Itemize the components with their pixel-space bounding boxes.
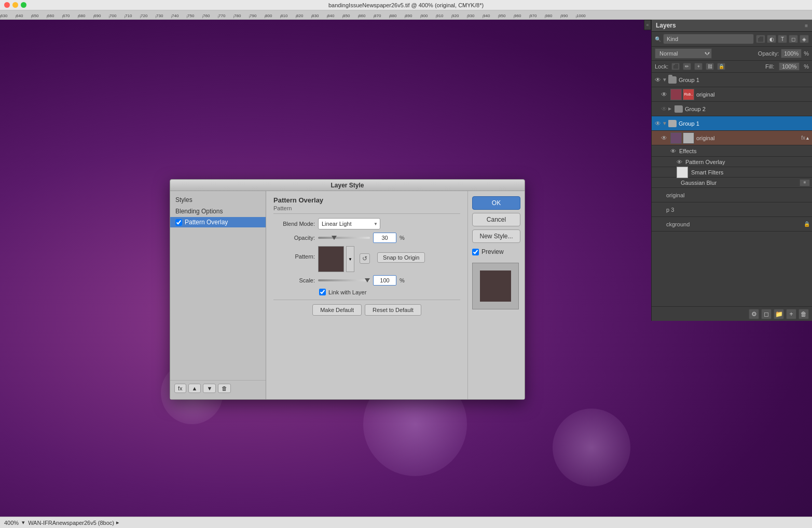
expand-icon[interactable]: ▼ <box>662 120 668 126</box>
ruler-tick: 670 <box>62 13 78 18</box>
lock-icon: 🔒 <box>804 221 810 227</box>
layers-kind-dropdown[interactable] <box>663 34 754 44</box>
ruler-tick: 940 <box>483 13 498 18</box>
reset-to-default-btn[interactable]: Reset to Default <box>365 304 421 316</box>
scale-number-input[interactable] <box>373 275 396 286</box>
sidebar-item-pattern-overlay[interactable]: Pattern Overlay <box>170 217 266 227</box>
eye-icon[interactable]: 👁 <box>654 76 662 84</box>
layer-row-original-mid[interactable]: 👁 original fx ▲ <box>652 131 812 145</box>
fx-button[interactable]: fx <box>174 384 186 393</box>
lock-artboard-btn[interactable]: + <box>694 63 703 70</box>
filter-adjust-icon[interactable]: ◐ <box>767 35 776 43</box>
gaussian-blur-row[interactable]: Gaussian Blur ≡ <box>652 178 812 188</box>
make-default-btn[interactable]: Make Default <box>312 304 362 316</box>
sidebar-item-blending[interactable]: Blending Options <box>170 206 266 217</box>
layers-panel-options-icon[interactable]: ≡ <box>805 23 808 29</box>
pattern-overlay-fx-row[interactable]: 👁 Pattern Overlay <box>652 157 812 167</box>
sidebar-item-styles[interactable]: Styles <box>170 194 266 206</box>
layers-panel-collapse-button[interactable]: « <box>644 20 651 30</box>
layer-row-p3[interactable]: p 3 <box>652 202 812 217</box>
ok-btn[interactable]: OK <box>472 196 520 210</box>
layer-thumb-3 <box>670 132 682 144</box>
layer-group-btn[interactable]: 📁 <box>774 309 784 319</box>
lock-pixels-btn[interactable]: ⬛ <box>671 63 680 70</box>
opacity-input[interactable] <box>781 49 802 58</box>
filter-options-icon[interactable]: ≡ <box>800 179 810 186</box>
dialog-main: Pattern Overlay Pattern Blend Mode: Line… <box>266 191 467 399</box>
new-layer-btn[interactable]: + <box>786 309 796 319</box>
blend-mode-field-select[interactable]: Linear Light <box>318 218 380 229</box>
folder-icon <box>668 120 677 127</box>
lock-position-btn[interactable]: ✏ <box>683 63 691 70</box>
ruler-tick: 810 <box>280 13 296 18</box>
new-style-btn[interactable]: New Style... <box>472 229 520 243</box>
layer-name: original <box>696 135 799 141</box>
move-down-button[interactable]: ▼ <box>203 384 216 393</box>
link-with-layer-checkbox[interactable] <box>319 289 326 295</box>
layers-search-row: 🔍 ⬛ ◐ T ◻ ◈ <box>652 32 812 47</box>
status-separator: ▾ <box>22 519 25 526</box>
ruler-tick: 640 <box>16 13 31 18</box>
minimize-button[interactable] <box>12 2 18 8</box>
expand-icon[interactable]: ▶ <box>668 106 675 111</box>
opacity-slider[interactable] <box>318 235 370 241</box>
delete-style-button[interactable]: 🗑 <box>218 384 231 393</box>
layer-row-group1-top[interactable]: 👁 ▼ Group 1 <box>652 73 812 87</box>
layer-name: Group 1 <box>679 77 810 83</box>
scale-slider[interactable] <box>318 277 370 283</box>
scale-field-label: Scale: <box>273 277 315 283</box>
snap-to-origin-btn[interactable]: Snap to Origin <box>377 252 425 263</box>
eye-icon[interactable]: 👁 <box>660 91 668 98</box>
preview-box <box>472 263 519 309</box>
lock-lock-btn[interactable]: 🔒 <box>717 63 725 70</box>
blend-mode-select[interactable]: Normal <box>655 48 712 59</box>
close-button[interactable] <box>4 2 10 8</box>
dialog-title: Layer Style <box>331 182 364 189</box>
filter-pixel-icon[interactable]: ⬛ <box>756 35 765 43</box>
effects-label: Effects <box>679 148 696 154</box>
pattern-reset-btn[interactable]: ↺ <box>360 253 370 264</box>
pattern-dropdown-btn[interactable]: ▼ <box>346 246 354 272</box>
fill-input[interactable] <box>779 62 800 71</box>
lock-all-btn[interactable]: ⛓ <box>706 63 714 70</box>
ruler-tick: 700 <box>109 13 125 18</box>
layer-row-original-top[interactable]: 👁 Rub.. original <box>652 87 812 102</box>
ruler-tick: 910 <box>436 13 451 18</box>
pattern-overlay-eye[interactable]: 👁 <box>677 159 682 165</box>
filter-type-icon[interactable]: T <box>778 35 787 43</box>
ruler-tick: 860 <box>358 13 374 18</box>
layers-panel-title: Layers <box>656 22 676 29</box>
layer-row-original-extra[interactable]: original <box>652 188 812 202</box>
opacity-label: Opacity: <box>758 50 779 57</box>
delete-layer-btn[interactable]: 🗑 <box>799 309 809 319</box>
layers-panel-header: Layers ≡ <box>652 20 812 32</box>
move-up-button[interactable]: ▲ <box>188 384 201 393</box>
ruler-tick: 920 <box>451 13 467 18</box>
pattern-swatch[interactable] <box>318 246 344 272</box>
maximize-button[interactable] <box>21 2 26 8</box>
eye-icon[interactable]: 👁 <box>654 120 662 127</box>
blend-mode-field-label: Blend Mode: <box>273 221 315 227</box>
blend-mode-field-row: Blend Mode: Linear Light <box>273 218 460 229</box>
layer-row-group1-mid[interactable]: 👁 ▼ Group 1 <box>652 116 812 131</box>
smart-filters-label: Smart Filters <box>691 169 723 175</box>
layer-row-background[interactable]: ckground 🔒 <box>652 217 812 232</box>
pattern-overlay-checkbox[interactable] <box>175 219 182 226</box>
ruler-tick: 660 <box>47 13 62 18</box>
filter-smart-icon[interactable]: ◈ <box>800 35 809 43</box>
dialog-bottom-buttons: Make Default Reset to Default <box>273 300 460 316</box>
cancel-btn[interactable]: Cancel <box>472 213 520 226</box>
expand-arrow[interactable]: ▲ <box>805 136 810 141</box>
effects-eye[interactable]: 👁 <box>670 148 676 154</box>
ruler-tick: 980 <box>545 13 560 18</box>
eye-icon[interactable]: 👁 <box>660 134 668 142</box>
layer-row-group2[interactable]: 👁 ▶ Group 2 <box>652 102 812 116</box>
layers-panel: Layers ≡ 🔍 ⬛ ◐ T ◻ ◈ Normal Opacity: % <box>651 20 812 321</box>
opacity-number-input[interactable] <box>373 233 396 243</box>
eye-icon[interactable]: 👁 <box>660 105 668 113</box>
adjust-layer-btn[interactable]: ⚙ <box>749 309 759 319</box>
layer-mask-btn[interactable]: ◻ <box>761 309 772 319</box>
preview-checkbox[interactable] <box>472 249 479 255</box>
expand-icon[interactable]: ▼ <box>662 77 668 83</box>
filter-shape-icon[interactable]: ◻ <box>789 35 798 43</box>
